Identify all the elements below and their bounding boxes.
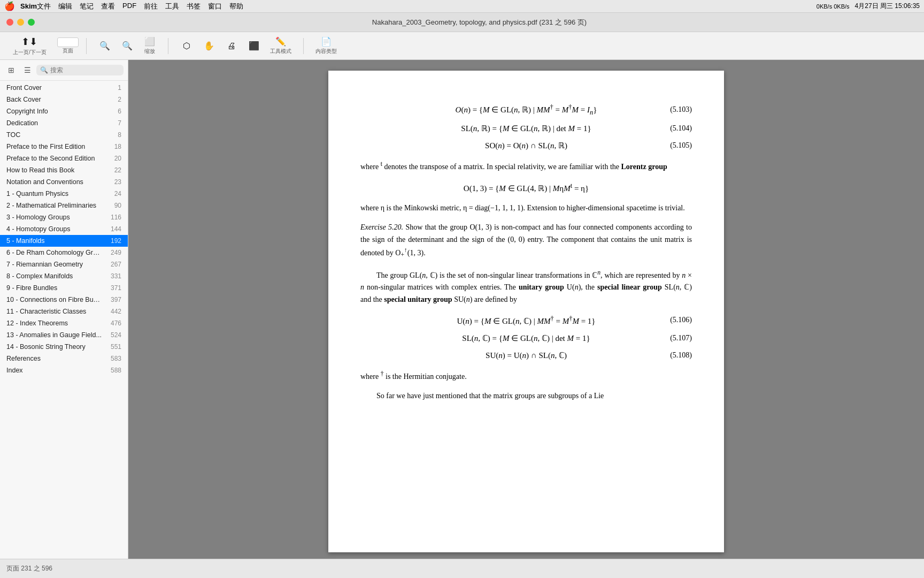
toc-page: 442 (105, 308, 121, 315)
toolbar: ⬆⬇ 上一页/下一页 231 页面 🔍 🔍 ⬜ 缩放 ⬡ ✋ 🖨 (0, 32, 924, 60)
menubar-edit[interactable]: 编辑 (58, 2, 72, 11)
tools-group: ⬡ ✋ 🖨 ⬛ ✏️ 工具模式 (174, 34, 298, 57)
equation-5105: SO(n) = O(n) ∩ SL(n, ℝ) (5.105) (360, 139, 692, 152)
toc-item[interactable]: 5 - Manifolds192 (0, 235, 128, 247)
equation-5103: O(n) = {M ∈ GL(n, ℝ) | MM† = M†M = In} (… (360, 102, 692, 118)
equation-lorentz: O(1, 3) = {M ∈ GL(4, ℝ) | MηMt = η} (360, 180, 692, 195)
eq-5108-num: (5.108) (670, 349, 692, 361)
menubar-pdf[interactable]: PDF (122, 2, 136, 11)
selection-tool-button[interactable]: ⬡ (176, 39, 197, 53)
print-button[interactable]: 🖨 (221, 39, 242, 53)
toc-item[interactable]: 10 - Connections on Fibre Bun...397 (0, 294, 128, 306)
zoom-fit-icon: ⬜ (144, 36, 155, 47)
zoom-out-button[interactable]: 🔍 (94, 39, 116, 53)
toc-item[interactable]: 3 - Homology Groups116 (0, 211, 128, 223)
eq-5104-content: SL(n, ℝ) = {M ∈ GL(n, ℝ) | det M = 1} (360, 122, 692, 135)
window-title: Nakahara_2003_Geometry, topology, and ph… (41, 18, 918, 27)
toc-title: Preface to the Second Edition (6, 155, 102, 162)
minimize-button[interactable] (17, 19, 24, 26)
menubar-file[interactable]: 文件 (37, 2, 51, 11)
zoom-in-icon: 🔍 (122, 41, 133, 51)
toc-item[interactable]: Copyright Info6 (0, 105, 128, 117)
toc-page: 249 (105, 249, 121, 256)
eq-5107-num: (5.107) (670, 332, 692, 344)
equation-5108: SU(n) = U(n) ∩ SL(n, ℂ) (5.108) (360, 349, 692, 362)
toc-item[interactable]: 12 - Index Theorems476 (0, 317, 128, 329)
para-transpose: where t denotes the transpose of a matri… (360, 159, 692, 173)
toc-item[interactable]: 4 - Homotopy Groups144 (0, 223, 128, 235)
toc-item[interactable]: 9 - Fibre Bundles371 (0, 282, 128, 294)
toc-item[interactable]: TOC8 (0, 129, 128, 141)
menubar-app[interactable]: Skim (20, 2, 37, 10)
menubar-view[interactable]: 查看 (101, 2, 115, 11)
toc-item[interactable]: Back Cover2 (0, 94, 128, 105)
menubar-goto[interactable]: 前往 (144, 2, 158, 11)
toc-title: 1 - Quantum Physics (6, 190, 102, 197)
toc-title: 2 - Mathematical Preliminaries (6, 202, 102, 209)
toc-title: Index (6, 367, 102, 374)
toc-item[interactable]: 14 - Bosonic String Theory551 (0, 341, 128, 353)
toc-item[interactable]: 13 - Anomalies in Gauge Field...524 (0, 329, 128, 341)
hand-tool-button[interactable]: ✋ (198, 39, 220, 53)
toc-page: 8 (105, 131, 121, 139)
toc-title: 10 - Connections on Fibre Bun... (6, 296, 102, 303)
toc-title: 9 - Fibre Bundles (6, 284, 102, 292)
eq-5108-content: SU(n) = U(n) ∩ SL(n, ℂ) (360, 349, 692, 362)
menubar-items: 文件 编辑 笔记 查看 PDF 前往 工具 书签 窗口 帮助 (37, 2, 243, 11)
pdf-area[interactable]: O(n) = {M ∈ GL(n, ℝ) | MM† = M†M = In} (… (128, 60, 924, 559)
search-input[interactable] (50, 66, 120, 74)
toc-item[interactable]: 2 - Mathematical Preliminaries90 (0, 200, 128, 211)
toc-title: 13 - Anomalies in Gauge Field... (6, 331, 102, 339)
menubar-tools[interactable]: 工具 (165, 2, 179, 11)
maximize-button[interactable] (28, 19, 35, 26)
para-minkowski: where η is the Minkowski metric, η = dia… (360, 202, 692, 214)
para-complex: The group GL(n, ℂ) is the set of non-sin… (360, 268, 692, 306)
prev-next-button[interactable]: ⬆⬇ 上一页/下一页 (9, 34, 51, 58)
menubar-help[interactable]: 帮助 (229, 2, 243, 11)
toc-item[interactable]: References583 (0, 353, 128, 364)
eq-5106-num: (5.106) (670, 314, 692, 326)
snapshot-button[interactable]: ⬛ (243, 39, 265, 53)
toc-item[interactable]: Front Cover1 (0, 82, 128, 94)
zoom-fit-button[interactable]: ⬜ 缩放 (139, 34, 160, 57)
toc-item[interactable]: 8 - Complex Manifolds331 (0, 270, 128, 282)
toc-page: 24 (105, 190, 121, 197)
toc-page: 116 (105, 214, 121, 221)
zoom-in-button[interactable]: 🔍 (117, 39, 138, 53)
toc-item[interactable]: Index588 (0, 364, 128, 376)
zoom-label: 缩放 (144, 48, 155, 55)
page-number-input[interactable]: 231 (57, 37, 79, 47)
toc-title: 8 - Complex Manifolds (6, 272, 102, 280)
close-button[interactable] (6, 19, 13, 26)
page-label: 页面 (63, 47, 73, 55)
menubar: 🍎 Skim 文件 编辑 笔记 查看 PDF 前往 工具 书签 窗口 帮助 0K… (0, 0, 924, 13)
toc-title: 4 - Homotopy Groups (6, 225, 102, 233)
apple-menu[interactable]: 🍎 (4, 1, 15, 11)
tools-mode-button[interactable]: ✏️ 工具模式 (266, 34, 296, 57)
prev-next-icon: ⬆⬇ (21, 36, 37, 48)
toc-item[interactable]: 7 - Riemannian Geometry267 (0, 258, 128, 270)
toc-item[interactable]: Preface to the Second Edition20 (0, 153, 128, 164)
tools-mode-icon: ✏️ (275, 36, 286, 47)
print-icon: 🖨 (227, 41, 236, 51)
menubar-notes[interactable]: 笔记 (80, 2, 94, 11)
sidebar-grid-view-button[interactable]: ⊞ (4, 63, 18, 77)
menubar-bookmarks[interactable]: 书签 (187, 2, 201, 11)
sidebar-search-box[interactable]: 🔍 (36, 65, 124, 75)
toc-page: 144 (105, 225, 121, 233)
sidebar-list-view-button[interactable]: ☰ (20, 63, 34, 77)
toc-item[interactable]: Notation and Conventions23 (0, 176, 128, 188)
menubar-window[interactable]: 窗口 (208, 2, 222, 11)
eq-5107-content: SL(n, ℂ) = {M ∈ GL(n, ℂ) | det M = 1} (360, 332, 692, 345)
toc-page: 20 (105, 155, 121, 162)
eq-5105-num: (5.105) (670, 140, 692, 151)
content-type-button[interactable]: 📄 内容类型 (311, 34, 341, 57)
toc-item[interactable]: 6 - De Rham Cohomology Gro...249 (0, 247, 128, 258)
toc-item[interactable]: 1 - Quantum Physics24 (0, 188, 128, 200)
toc-page: 18 (105, 143, 121, 150)
toc-item[interactable]: Dedication7 (0, 117, 128, 129)
toc-item[interactable]: 11 - Characteristic Classes442 (0, 306, 128, 317)
toc-item[interactable]: How to Read this Book22 (0, 164, 128, 176)
toc-item[interactable]: Preface to the First Edition18 (0, 141, 128, 153)
eq-5105-content: SO(n) = O(n) ∩ SL(n, ℝ) (360, 139, 692, 152)
